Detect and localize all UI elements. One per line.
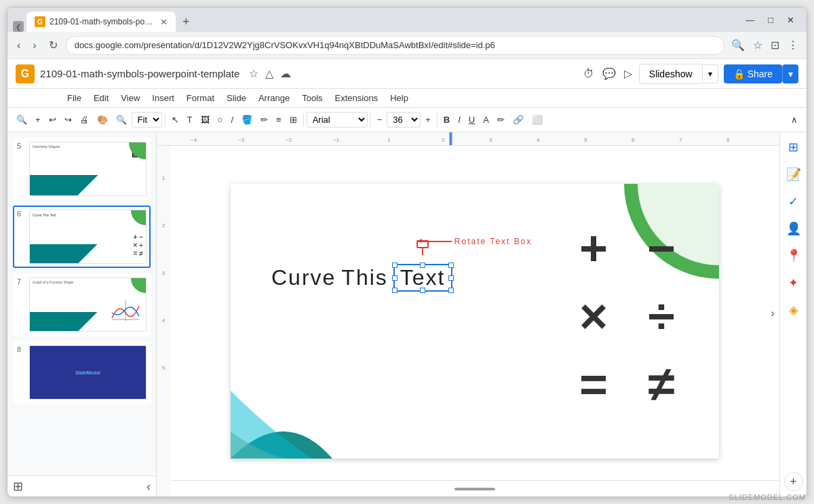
- alt-text-btn[interactable]: ⬜: [528, 113, 546, 127]
- zoom-in-btn[interactable]: +: [32, 113, 44, 127]
- font-size-inc-btn[interactable]: +: [422, 113, 434, 127]
- menu-slide[interactable]: Slide: [221, 91, 252, 105]
- handle-tl[interactable]: [392, 263, 398, 268]
- camera-mode-icon[interactable]: ▷: [623, 66, 634, 81]
- handle-mr[interactable]: [448, 275, 454, 281]
- handle-tr[interactable]: [448, 263, 454, 268]
- line-btn[interactable]: /: [227, 113, 237, 127]
- menu-extensions[interactable]: Extensions: [330, 91, 384, 105]
- font-size-select[interactable]: 36: [387, 112, 421, 128]
- handle-ml[interactable]: [392, 275, 398, 281]
- cloud-save-icon[interactable]: ☁: [279, 66, 292, 81]
- maximize-btn[interactable]: □: [761, 12, 780, 28]
- spacing-btn[interactable]: ⊞: [286, 113, 301, 127]
- menu-format[interactable]: Format: [181, 91, 220, 105]
- back-btn[interactable]: ‹: [13, 37, 24, 54]
- cast-icon[interactable]: ⊡: [768, 36, 782, 54]
- italic-btn[interactable]: I: [454, 113, 464, 127]
- handle-br[interactable]: [448, 288, 454, 293]
- print-btn[interactable]: 🖨: [77, 113, 92, 127]
- check-icon[interactable]: ✓: [784, 192, 803, 211]
- undo-btn[interactable]: ↩: [45, 113, 60, 127]
- paint-format-btn[interactable]: 🎨: [94, 113, 111, 127]
- image-btn[interactable]: 🖼: [197, 113, 213, 127]
- zoom-icon[interactable]: 🔍: [729, 36, 748, 54]
- zoom-percent-btn[interactable]: 🔍: [113, 113, 130, 127]
- menu-help[interactable]: Help: [385, 91, 414, 105]
- link-btn[interactable]: 🔗: [509, 113, 527, 127]
- browser-tab-active[interactable]: G 2109-01-math-symbols-powe… ✕: [26, 12, 176, 32]
- forward-btn[interactable]: ›: [28, 37, 40, 54]
- minimize-btn[interactable]: —: [739, 12, 761, 28]
- menu-view[interactable]: View: [115, 91, 145, 105]
- highlight-btn[interactable]: ✏: [494, 113, 508, 127]
- menu-insert[interactable]: Insert: [147, 91, 180, 105]
- slide-thumb-6[interactable]: 6 Curve This Text + − × ÷ = ≠: [13, 206, 151, 268]
- more-icon[interactable]: ⋮: [785, 36, 801, 54]
- menu-arrange[interactable]: Arrange: [253, 91, 295, 105]
- star-icon[interactable]: ☆: [248, 66, 260, 81]
- slides-panel-icon[interactable]: ⊞: [784, 138, 803, 157]
- text-btn[interactable]: T: [184, 113, 196, 127]
- fill-btn[interactable]: 🪣: [238, 113, 256, 127]
- slide-preview-8: SlideModel: [29, 345, 147, 400]
- share-btn[interactable]: 🔒 Share: [724, 64, 782, 83]
- font-name-select[interactable]: Arial: [307, 112, 368, 128]
- text-box-selected[interactable]: Rotate Text Box: [393, 264, 452, 292]
- this-word: This: [341, 265, 387, 290]
- main-area: 5 Geometry Shapes 🖩 6: [7, 132, 807, 497]
- text-word[interactable]: Text: [398, 265, 448, 290]
- ruler-top: −4 −3 −2 −1 1 2 3 4 5 6 7 8: [157, 132, 779, 146]
- add-plugin-btn[interactable]: +: [784, 472, 803, 491]
- redo-btn[interactable]: ↪: [61, 113, 75, 127]
- menu-file[interactable]: File: [62, 91, 87, 105]
- zoom-out-btn[interactable]: 🔍: [13, 113, 31, 127]
- slideshow-dropdown-btn[interactable]: ▾: [703, 64, 718, 83]
- handle-bc[interactable]: [420, 288, 425, 293]
- zoom-select[interactable]: Fit: [132, 112, 162, 128]
- maps-icon[interactable]: 📍: [784, 246, 803, 265]
- tab-collapse-btn[interactable]: ❮: [13, 21, 24, 32]
- menu-tools[interactable]: Tools: [296, 91, 328, 105]
- slide6-thumb-text: Curve This Text: [33, 213, 56, 217]
- cursor-btn[interactable]: ↖: [168, 113, 182, 127]
- slide-thumb-8[interactable]: 8 SlideModel: [13, 341, 151, 404]
- address-input[interactable]: [66, 36, 724, 55]
- slide-thumb-5[interactable]: 5 Geometry Shapes 🖩: [13, 138, 151, 200]
- underline-btn[interactable]: U: [465, 113, 478, 127]
- math-symbols-grid: + − × ÷ = ≠: [563, 218, 692, 414]
- menu-edit[interactable]: Edit: [88, 91, 114, 105]
- sidebar-collapse-btn[interactable]: ‹: [147, 480, 151, 494]
- comments-icon[interactable]: 💬: [601, 66, 617, 81]
- share-dropdown-btn[interactable]: ▾: [782, 64, 798, 83]
- reload-btn[interactable]: ↻: [45, 36, 62, 54]
- text-box-border[interactable]: Text: [393, 264, 452, 292]
- slide-canvas[interactable]: Curve This: [231, 184, 719, 459]
- shape-btn[interactable]: ○: [214, 113, 227, 127]
- font-size-dec-btn[interactable]: −: [374, 113, 386, 127]
- text-color-btn[interactable]: A: [480, 113, 492, 127]
- red-star-icon[interactable]: ✦: [784, 273, 803, 292]
- slide-thumb-7[interactable]: 7 Graph of a Function Shape: [13, 273, 151, 336]
- handle-tc[interactable]: [420, 263, 425, 268]
- tab-close-btn[interactable]: ✕: [160, 17, 168, 27]
- grid-view-btn[interactable]: ⊞: [13, 479, 23, 494]
- toolbar-collapse-btn[interactable]: ∧: [788, 113, 801, 127]
- history-icon[interactable]: ⏱: [582, 66, 596, 81]
- new-tab-btn[interactable]: +: [178, 15, 194, 32]
- bold-btn[interactable]: B: [440, 113, 453, 127]
- notes-icon[interactable]: 📝: [784, 165, 803, 184]
- svg-text:6: 6: [632, 137, 635, 143]
- drive-icon[interactable]: △: [264, 66, 275, 81]
- scroll-indicator[interactable]: [454, 488, 495, 490]
- handle-bl[interactable]: [392, 288, 398, 293]
- next-slide-btn[interactable]: ›: [771, 307, 774, 319]
- curve-text-area: Curve This: [271, 264, 452, 292]
- person-icon[interactable]: 👤: [784, 219, 803, 238]
- slideshow-btn[interactable]: Slideshow: [639, 64, 703, 84]
- close-btn[interactable]: ✕: [780, 12, 801, 28]
- orange-logo-icon[interactable]: ◈: [784, 301, 803, 319]
- pen-btn[interactable]: ✏: [257, 113, 271, 127]
- align-btn[interactable]: ≡: [273, 113, 285, 127]
- star-bookmark-icon[interactable]: ☆: [750, 36, 765, 54]
